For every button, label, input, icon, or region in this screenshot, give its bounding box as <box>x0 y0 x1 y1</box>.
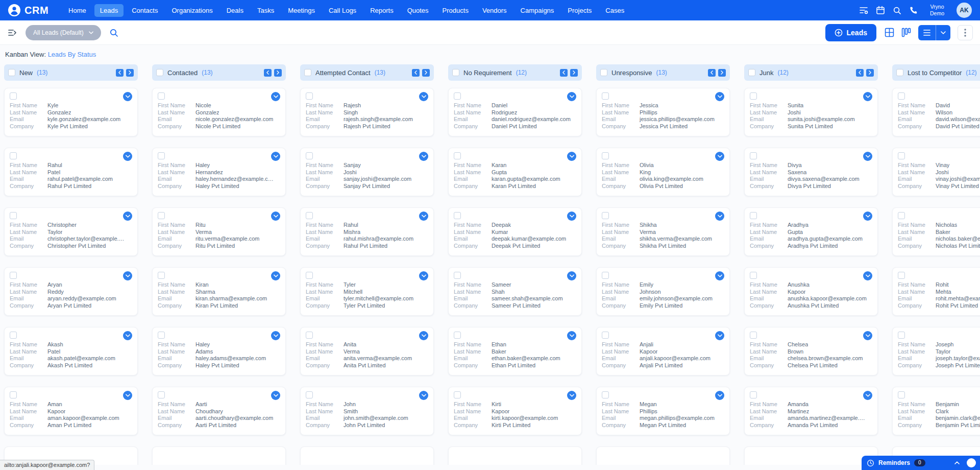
card-email-link[interactable]: sameer.shah@example.com <box>492 295 563 302</box>
card-email-link[interactable]: christopher.taylor@example.com <box>47 236 127 243</box>
column-scroll-right-button[interactable] <box>422 69 430 77</box>
column-scroll-left-button[interactable] <box>264 69 272 77</box>
lead-card[interactable]: First Name Olivia Last Name King Email o… <box>596 148 730 196</box>
card-email-link[interactable]: kirti.kapoor@example.com <box>492 415 558 422</box>
lead-card[interactable]: First Name Amanda Last Name Martinez Ema… <box>744 387 878 435</box>
card-checkbox[interactable] <box>602 391 609 398</box>
card-email-link[interactable]: david.wilson@example.com <box>936 116 980 123</box>
card-expand-button[interactable] <box>863 331 872 340</box>
card-expand-button[interactable] <box>271 92 280 101</box>
card-email-link[interactable]: karan.gupta@example.com <box>492 176 560 183</box>
card-email-link[interactable]: olivia.king@example.com <box>640 176 703 183</box>
card-checkbox[interactable] <box>750 152 757 159</box>
card-expand-button[interactable] <box>271 271 280 280</box>
card-expand-button[interactable] <box>863 92 872 101</box>
lead-card[interactable]: First Name Ritu Last Name Verma Email ri… <box>152 207 286 256</box>
card-expand-button[interactable] <box>567 212 576 221</box>
lead-card[interactable]: First Name Tyler Last Name Mitchell Emai… <box>300 267 434 316</box>
card-expand-button[interactable] <box>715 92 724 101</box>
column-checkbox[interactable] <box>156 69 163 76</box>
column-checkbox[interactable] <box>452 69 459 76</box>
lead-card[interactable]: First Name John Last Name Smith Email jo… <box>300 387 434 435</box>
card-checkbox[interactable] <box>898 272 905 279</box>
card-checkbox[interactable] <box>10 391 17 398</box>
card-email-link[interactable]: ritu.verma@example.com <box>195 236 259 243</box>
nav-item-deals[interactable]: Deals <box>221 4 249 17</box>
lead-card[interactable]: First Name Rahul Last Name Patel Email r… <box>4 148 138 196</box>
card-email-link[interactable]: shikha.verma@example.com <box>640 236 712 243</box>
card-email-link[interactable]: aradhya.gupta@example.com <box>788 236 863 243</box>
card-checkbox[interactable] <box>750 272 757 279</box>
calendar-icon[interactable] <box>876 6 885 15</box>
card-expand-button[interactable] <box>715 212 724 221</box>
nav-item-projects[interactable]: Projects <box>562 4 597 17</box>
card-checkbox[interactable] <box>10 272 17 279</box>
card-checkbox[interactable] <box>454 212 461 219</box>
nav-item-quotes[interactable]: Quotes <box>402 4 434 17</box>
card-email-link[interactable]: kiran.sharma@example.com <box>195 295 267 302</box>
card-email-link[interactable]: aryan.reddy@example.com <box>47 295 116 302</box>
lead-card[interactable]: First Name Anushka Last Name Kapoor Emai… <box>744 267 878 316</box>
lead-card[interactable]: First Name Nicholas Last Name Baker Emai… <box>892 207 980 256</box>
card-checkbox[interactable] <box>750 391 757 398</box>
kanban-view-icon[interactable] <box>901 28 911 37</box>
column-checkbox[interactable] <box>8 69 15 76</box>
card-email-link[interactable]: akash.patel@example.com <box>47 355 115 362</box>
card-email-link[interactable]: deepak.kumar@example.com <box>492 236 566 243</box>
lead-card[interactable]: First Name Vinay Last Name Joshi Email v… <box>892 148 980 196</box>
card-expand-button[interactable] <box>567 391 576 400</box>
card-checkbox[interactable] <box>306 391 313 398</box>
card-email-link[interactable]: haley.hernandez@example.com <box>195 176 275 183</box>
lead-card-partial[interactable] <box>596 447 730 465</box>
card-checkbox[interactable] <box>158 152 165 159</box>
lead-card[interactable]: First Name Rohit Last Name Mehta Email r… <box>892 267 980 316</box>
nav-item-products[interactable]: Products <box>437 4 474 17</box>
nav-item-call-logs[interactable]: Call Logs <box>323 4 362 17</box>
nav-item-cases[interactable]: Cases <box>600 4 630 17</box>
card-checkbox[interactable] <box>602 152 609 159</box>
list-view-icon[interactable] <box>918 25 936 40</box>
reminders-bar[interactable]: Reminders 0 <box>862 456 980 470</box>
card-checkbox[interactable] <box>158 92 165 100</box>
card-expand-button[interactable] <box>419 212 428 221</box>
card-checkbox[interactable] <box>158 391 165 398</box>
column-checkbox[interactable] <box>304 69 311 76</box>
card-checkbox[interactable] <box>306 212 313 219</box>
lead-card[interactable]: First Name Ethan Last Name Baker Email e… <box>448 327 582 375</box>
reminders-handle[interactable] <box>967 458 976 467</box>
column-scroll-left-button[interactable] <box>708 69 716 77</box>
card-checkbox[interactable] <box>454 152 461 159</box>
card-checkbox[interactable] <box>10 212 17 219</box>
card-checkbox[interactable] <box>898 212 905 219</box>
card-email-link[interactable]: divya.saxena@example.com <box>788 176 860 183</box>
card-checkbox[interactable] <box>602 332 609 339</box>
lead-card[interactable]: First Name Aradhya Last Name Gupta Email… <box>744 207 878 256</box>
card-email-link[interactable]: daniel.rodriguez@example.com <box>492 116 571 123</box>
card-expand-button[interactable] <box>715 152 724 161</box>
card-email-link[interactable]: amanda.martinez@example.com <box>788 415 867 422</box>
lead-card[interactable]: First Name Christopher Last Name Taylor … <box>4 207 138 256</box>
column-scroll-right-button[interactable] <box>718 69 726 77</box>
table-view-icon[interactable] <box>885 28 894 37</box>
queue-icon[interactable] <box>859 6 868 15</box>
card-email-link[interactable]: nicholas.baker@example.com <box>936 236 980 243</box>
card-email-link[interactable]: aarti.choudhary@example.com <box>195 415 273 422</box>
lead-card[interactable]: First Name Anita Last Name Verma Email a… <box>300 327 434 375</box>
card-checkbox[interactable] <box>306 92 313 100</box>
lead-card[interactable]: First Name Aman Last Name Kapoor Email a… <box>4 387 138 435</box>
card-expand-button[interactable] <box>123 331 132 340</box>
card-checkbox[interactable] <box>898 332 905 339</box>
add-leads-button[interactable]: Leads <box>825 24 876 41</box>
view-dropdown-chevron-icon[interactable] <box>936 25 950 40</box>
lead-card[interactable]: First Name Sameer Last Name Shah Email s… <box>448 267 582 316</box>
lead-card[interactable]: First Name Kirti Last Name Kapoor Email … <box>448 387 582 435</box>
card-email-link[interactable]: anita.verma@example.com <box>344 355 412 362</box>
card-checkbox[interactable] <box>306 332 313 339</box>
column-scroll-left-button[interactable] <box>560 69 568 77</box>
lead-card[interactable]: First Name Nicole Last Name Gonzalez Ema… <box>152 88 286 136</box>
card-email-link[interactable]: vinay.joshi@example.com <box>936 176 980 183</box>
lead-card[interactable]: First Name Haley Last Name Adams Email h… <box>152 327 286 375</box>
lead-card[interactable]: First Name Sanjay Last Name Joshi Email … <box>300 148 434 196</box>
app-logo[interactable]: CRM <box>8 4 48 16</box>
column-scroll-right-button[interactable] <box>570 69 578 77</box>
